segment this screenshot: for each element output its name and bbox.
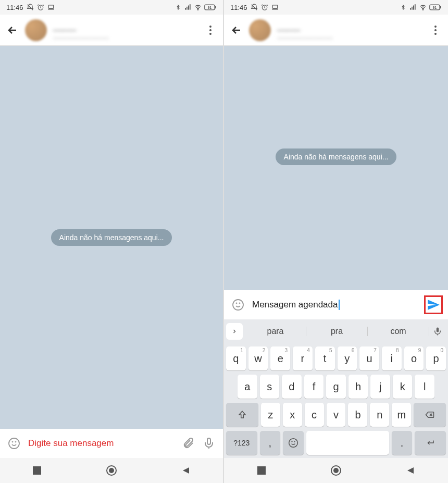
contact-info[interactable]: _____ ________________ — [277, 22, 423, 39]
message-input-bar: Mensagem agendada — [224, 290, 448, 319]
contact-info[interactable]: _____ ________________ — [53, 22, 198, 39]
period-key[interactable]: . — [392, 431, 413, 455]
bluetooth-icon — [400, 4, 407, 11]
key-o[interactable]: o9 — [404, 346, 424, 370]
emoji-button[interactable] — [7, 437, 21, 450]
svg-rect-15 — [33, 466, 41, 475]
key-p[interactable]: p0 — [426, 346, 446, 370]
svg-rect-6 — [190, 4, 191, 10]
chat-header: _____ ________________ — [0, 15, 223, 46]
contact-avatar[interactable] — [249, 19, 271, 41]
key-w[interactable]: w2 — [248, 346, 268, 370]
key-t[interactable]: t5 — [315, 346, 335, 370]
svg-point-25 — [422, 9, 423, 10]
key-z[interactable]: z — [261, 403, 280, 427]
svg-point-13 — [16, 442, 16, 442]
emoji-key[interactable] — [283, 431, 304, 455]
svg-rect-4 — [186, 7, 188, 10]
key-s[interactable]: s — [260, 375, 280, 399]
wifi-icon — [194, 4, 202, 11]
key-k[interactable]: k — [393, 375, 413, 399]
back-button[interactable] — [6, 24, 19, 36]
laptop-icon — [47, 4, 55, 11]
back-button[interactable] — [230, 24, 243, 36]
key-x[interactable]: x — [283, 403, 302, 427]
svg-point-7 — [197, 9, 198, 10]
svg-text:91: 91 — [208, 6, 212, 9]
svg-rect-20 — [272, 5, 277, 8]
phone-screen-left: 11:46 91 — [0, 0, 224, 483]
svg-rect-14 — [207, 438, 210, 444]
key-g[interactable]: g — [326, 375, 346, 399]
empty-chat-message: Ainda não há mensagens aqui... — [51, 229, 172, 246]
suggestion-word[interactable]: pra — [306, 327, 368, 336]
svg-point-35 — [294, 441, 295, 442]
key-u[interactable]: u7 — [359, 346, 379, 370]
contact-status: ________________ — [277, 31, 423, 39]
nav-bar — [0, 458, 223, 483]
svg-point-17 — [109, 468, 114, 473]
key-y[interactable]: y6 — [338, 346, 357, 370]
status-time: 11:46 — [230, 4, 247, 11]
comma-key[interactable]: , — [260, 431, 281, 455]
status-bar: 11:46 91 — [224, 0, 448, 15]
emoji-button[interactable] — [231, 298, 245, 312]
key-e[interactable]: e3 — [270, 346, 290, 370]
nav-back-button[interactable] — [404, 464, 417, 477]
chat-area[interactable]: Ainda não há mensagens aqui... — [0, 46, 223, 429]
suggestion-word[interactable]: com — [368, 327, 429, 336]
key-m[interactable]: m — [392, 403, 411, 427]
alarm-icon — [261, 4, 268, 11]
shift-key[interactable] — [226, 403, 258, 427]
chat-area[interactable]: Ainda não há mensagens aqui... — [224, 46, 448, 290]
signal-icon — [184, 4, 192, 11]
more-options-button[interactable] — [429, 24, 442, 36]
svg-point-38 — [333, 468, 339, 473]
key-q[interactable]: q1 — [226, 346, 246, 370]
svg-point-33 — [289, 439, 298, 448]
signal-icon — [409, 4, 417, 11]
nav-home-button[interactable] — [330, 464, 342, 477]
dnd-icon — [27, 4, 34, 11]
svg-point-30 — [237, 303, 237, 304]
text-cursor — [339, 300, 340, 310]
voice-input-button[interactable] — [429, 327, 446, 336]
key-b[interactable]: b — [348, 403, 367, 427]
symbols-key[interactable]: ?123 — [226, 431, 257, 455]
key-r[interactable]: r4 — [293, 346, 313, 370]
message-input-bar: Digite sua mensagem — [0, 429, 223, 458]
suggestion-word[interactable]: para — [245, 327, 306, 336]
key-l[interactable]: l — [415, 375, 434, 399]
key-d[interactable]: d — [282, 375, 302, 399]
nav-home-button[interactable] — [105, 464, 118, 477]
attach-button[interactable] — [181, 437, 195, 450]
key-i[interactable]: i8 — [382, 346, 402, 370]
key-v[interactable]: v — [327, 403, 346, 427]
voice-button[interactable] — [202, 437, 216, 450]
space-key[interactable] — [306, 431, 389, 455]
backspace-key[interactable] — [414, 403, 446, 427]
svg-rect-24 — [415, 4, 416, 10]
contact-avatar[interactable] — [25, 19, 47, 41]
send-button[interactable] — [427, 298, 440, 312]
key-h[interactable]: h — [349, 375, 368, 399]
more-options-button[interactable] — [204, 24, 217, 36]
key-n[interactable]: n — [370, 403, 389, 427]
alarm-icon — [37, 4, 44, 11]
nav-recent-button[interactable] — [255, 464, 268, 477]
suggestions-expand-button[interactable] — [226, 323, 243, 340]
key-f[interactable]: f — [304, 375, 324, 399]
contact-status: ________________ — [53, 31, 198, 39]
nav-recent-button[interactable] — [31, 464, 43, 477]
message-input[interactable]: Digite sua mensagem — [28, 438, 174, 449]
status-bar: 11:46 91 — [0, 0, 223, 15]
enter-key[interactable] — [415, 431, 446, 455]
message-input[interactable]: Mensagem agendada — [252, 300, 417, 311]
key-j[interactable]: j — [370, 375, 390, 399]
nav-back-button[interactable] — [180, 464, 192, 477]
key-c[interactable]: c — [305, 403, 324, 427]
svg-point-12 — [13, 442, 13, 442]
svg-point-29 — [233, 300, 243, 310]
laptop-icon — [271, 4, 279, 11]
key-a[interactable]: a — [238, 375, 257, 399]
